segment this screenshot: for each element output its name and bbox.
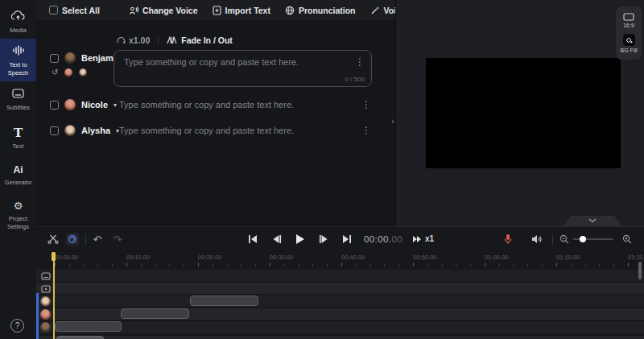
more-options-icon[interactable]: ⋮ bbox=[361, 126, 371, 135]
timeline-zoom-slider[interactable] bbox=[573, 238, 613, 240]
track-video[interactable] bbox=[36, 283, 644, 294]
ruler-tick bbox=[542, 264, 543, 267]
ruler-label: 00:10.00 bbox=[126, 254, 150, 261]
avatar-benjamin[interactable] bbox=[64, 52, 76, 64]
ruler-tick bbox=[198, 263, 199, 267]
row-controls: x1.00 Fade In / Out bbox=[117, 35, 233, 45]
select-all-control[interactable]: Select All bbox=[49, 6, 100, 15]
track-benjamin[interactable] bbox=[36, 321, 644, 333]
panel-expand-chevron-icon[interactable]: › bbox=[391, 116, 394, 126]
redo-button[interactable]: ↷ bbox=[111, 233, 124, 246]
ruler-tick bbox=[227, 264, 228, 267]
ruler-tick bbox=[356, 264, 357, 267]
previous-frame-button[interactable] bbox=[270, 233, 283, 246]
timeline-clip-benjamin[interactable] bbox=[55, 321, 122, 332]
track-avatar-alysha[interactable] bbox=[40, 296, 51, 307]
timeline-toolbar: ↶ ↷ 00:00.00 x1 bbox=[36, 227, 644, 251]
voice-row-alysha: Alysha ▾ bbox=[50, 125, 119, 136]
more-options-icon[interactable]: ⋮ bbox=[361, 100, 371, 110]
history-icon[interactable]: ↺ bbox=[52, 68, 58, 76]
volume-button[interactable] bbox=[530, 233, 543, 246]
zoom-out-button[interactable] bbox=[558, 233, 571, 246]
video-preview[interactable] bbox=[426, 58, 621, 168]
skip-to-end-button[interactable] bbox=[341, 233, 353, 246]
row-checkbox[interactable] bbox=[50, 54, 59, 63]
ruler-label: 00:30.00 bbox=[270, 254, 293, 261]
sidebar: Media Text to Speech Subtitles T Text Ai… bbox=[0, 0, 36, 339]
ruler-tick bbox=[442, 264, 443, 267]
sidebar-item-text-to-speech[interactable]: Text to Speech bbox=[0, 39, 36, 81]
play-button[interactable] bbox=[293, 233, 306, 246]
split-button[interactable] bbox=[47, 233, 60, 246]
redo-icon: ↷ bbox=[114, 234, 122, 246]
placeholder-text[interactable]: Type something or copy and paste text he… bbox=[119, 126, 294, 135]
import-text-label: Import Text bbox=[225, 6, 270, 15]
ruler-tick bbox=[69, 264, 70, 267]
timeline-ruler[interactable]: 00:00.0000:10.0000:20.0000:30.0000:40.00… bbox=[36, 251, 644, 269]
import-text-button[interactable]: Import Text bbox=[213, 6, 270, 15]
row-checkbox[interactable] bbox=[50, 101, 59, 110]
undo-button[interactable]: ↶ bbox=[91, 233, 104, 246]
tts-text-input[interactable] bbox=[114, 51, 371, 86]
ruler-tick bbox=[84, 264, 85, 267]
timeline-scrollbar[interactable] bbox=[638, 262, 642, 279]
subtitle-track-icon[interactable] bbox=[40, 271, 51, 281]
ruler-tick bbox=[370, 264, 371, 267]
ruler-tick bbox=[398, 264, 399, 267]
timeline-clip-benjamin-sub[interactable] bbox=[56, 336, 104, 339]
change-voice-button[interactable]: Change Voice bbox=[129, 6, 198, 15]
timeline-clip-nicole[interactable] bbox=[121, 308, 189, 319]
recent-voice-nicole[interactable] bbox=[64, 68, 72, 76]
zoom-slider-knob[interactable] bbox=[580, 236, 586, 242]
sidebar-item-media[interactable]: Media bbox=[0, 3, 36, 39]
help-button[interactable]: ? bbox=[10, 319, 24, 333]
sidebar-item-project-settings[interactable]: ⚙ Project Settings bbox=[0, 192, 36, 235]
playback-speed-button[interactable]: x1 bbox=[412, 234, 434, 243]
ruler-tick bbox=[284, 264, 285, 267]
tts-toolbar: Select All Change Voice Import Text Pron bbox=[36, 0, 395, 20]
speed-control[interactable]: x1.00 bbox=[117, 35, 150, 45]
pronunciation-icon bbox=[285, 6, 295, 15]
more-options-icon[interactable]: ⋮ bbox=[355, 57, 365, 67]
timeline-clip-alysha[interactable] bbox=[190, 296, 258, 306]
track-subtitle[interactable] bbox=[36, 270, 644, 281]
ruler-label: 00:20.00 bbox=[198, 254, 221, 261]
sidebar-item-text[interactable]: T Text bbox=[0, 120, 36, 155]
waveform-icon bbox=[12, 44, 25, 57]
placeholder-text[interactable]: Type something or copy and paste text he… bbox=[119, 100, 294, 110]
select-all-checkbox[interactable] bbox=[49, 6, 58, 14]
track-alysha[interactable] bbox=[36, 296, 644, 307]
record-voiceover-button[interactable] bbox=[502, 233, 514, 246]
collapse-preview-tab[interactable] bbox=[563, 216, 622, 226]
track-selection-strip bbox=[36, 293, 39, 339]
sidebar-item-label: Text bbox=[2, 143, 35, 150]
import-text-icon bbox=[213, 6, 221, 15]
track-avatar-benjamin[interactable] bbox=[40, 322, 51, 333]
row-checkbox[interactable] bbox=[50, 126, 59, 135]
avatar-nicole[interactable] bbox=[64, 99, 76, 110]
playhead-handle[interactable] bbox=[52, 252, 56, 261]
zoom-in-button[interactable] bbox=[621, 233, 634, 246]
bg-fill-button[interactable]: BG Fill bbox=[621, 34, 638, 53]
fade-in-out-button[interactable]: Fade In / Out bbox=[167, 35, 233, 45]
track-benjamin-sub[interactable] bbox=[36, 336, 644, 339]
smart-tool-icon bbox=[68, 234, 77, 244]
chevron-down-icon[interactable]: ▾ bbox=[114, 101, 117, 109]
skip-to-start-button[interactable] bbox=[246, 233, 259, 246]
next-frame-button[interactable] bbox=[317, 233, 330, 246]
pronunciation-button[interactable]: Pronunciation bbox=[285, 6, 356, 15]
aspect-ratio-button[interactable]: 16:9 bbox=[623, 13, 634, 28]
track-nicole[interactable] bbox=[36, 308, 644, 320]
prev-frame-icon bbox=[272, 234, 282, 244]
recent-voice-alysha[interactable] bbox=[79, 68, 87, 76]
video-track-icon[interactable] bbox=[40, 283, 51, 294]
sidebar-item-subtitles[interactable]: Subtitles bbox=[0, 81, 36, 116]
ruler-tick bbox=[585, 264, 586, 267]
bg-fill-label: BG Fill bbox=[621, 48, 638, 53]
avatar-alysha[interactable] bbox=[64, 125, 76, 136]
track-avatar-nicole[interactable] bbox=[40, 309, 51, 320]
smart-tool-button[interactable] bbox=[66, 233, 79, 246]
playhead[interactable] bbox=[53, 252, 55, 339]
toolbar-divider bbox=[85, 234, 86, 245]
sidebar-item-generator[interactable]: Ai Generator bbox=[0, 156, 36, 191]
